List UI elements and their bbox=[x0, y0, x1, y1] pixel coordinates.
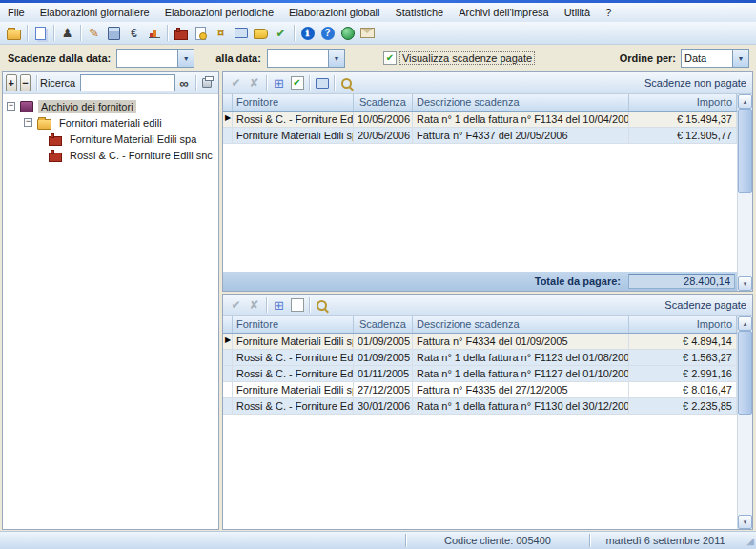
cell-descrizione: Fattura n° F4337 del 20/05/2006 bbox=[413, 128, 629, 144]
apply-check-icon[interactable]: ✔ bbox=[271, 23, 291, 43]
from-date-dropdown[interactable] bbox=[116, 49, 194, 68]
order-by-dropdown[interactable]: Data bbox=[681, 49, 749, 68]
confirm-icon[interactable]: ✔ bbox=[227, 74, 245, 92]
table-row[interactable]: ▶Forniture Materiali Edili spa01/09/2005… bbox=[223, 334, 737, 350]
scroll-up-icon[interactable]: ▲ bbox=[738, 316, 752, 331]
collapse-all-button[interactable] bbox=[20, 74, 31, 92]
expand-all-button[interactable] bbox=[6, 74, 17, 92]
header-marker[interactable] bbox=[223, 316, 233, 333]
menu-file[interactable]: File bbox=[0, 5, 32, 20]
mark-paid-checkbox-icon[interactable] bbox=[288, 296, 306, 314]
to-date-dropdown[interactable] bbox=[267, 49, 345, 68]
tree-item-archivio-fornitori[interactable]: Archivio dei fornitori bbox=[3, 98, 218, 114]
paid-scrollbar[interactable]: ▲ ▼ bbox=[737, 316, 752, 529]
column-header[interactable]: Importo bbox=[629, 94, 737, 111]
column-header[interactable]: Importo bbox=[629, 316, 737, 333]
resize-grip[interactable]: ◢ bbox=[741, 536, 756, 546]
header-marker[interactable] bbox=[223, 94, 233, 111]
collapse-toggle-icon[interactable] bbox=[7, 102, 15, 111]
table-row[interactable]: Forniture Materiali Edili spa20/05/2006F… bbox=[223, 128, 737, 144]
column-header[interactable]: Fornitore bbox=[233, 94, 354, 111]
currency-exchange-icon[interactable]: ¤ bbox=[211, 23, 231, 43]
tree-item-fornitori-materiali-edili[interactable]: Fornitori materiali edili bbox=[3, 114, 218, 131]
mark-paid-checkbox-icon[interactable]: ✔ bbox=[288, 74, 306, 92]
table-row[interactable]: Rossi & C. - Forniture Edili snc01/11/20… bbox=[223, 366, 737, 382]
column-header[interactable]: Scadenza bbox=[354, 316, 413, 333]
calculator-icon[interactable] bbox=[104, 23, 124, 43]
select-records-icon[interactable]: ⊞ bbox=[270, 296, 288, 314]
chevron-down-icon[interactable] bbox=[732, 50, 748, 67]
yellow-book-icon[interactable] bbox=[251, 23, 271, 43]
scrollbar-track[interactable] bbox=[738, 415, 752, 515]
cell-fornitore: Forniture Materiali Edili spa bbox=[233, 128, 354, 144]
monitor-icon[interactable] bbox=[231, 23, 251, 43]
collapse-toggle-icon[interactable] bbox=[24, 118, 32, 127]
menu-statistiche[interactable]: Statistiche bbox=[387, 5, 451, 20]
scroll-up-icon[interactable]: ▲ bbox=[738, 94, 752, 109]
menu-archivi-dell-impresa[interactable]: Archivi dell'impresa bbox=[451, 5, 556, 20]
cancel-icon[interactable]: ✘ bbox=[245, 74, 263, 92]
search-input[interactable] bbox=[80, 74, 175, 92]
factory-icon bbox=[49, 152, 62, 162]
scroll-down-icon[interactable]: ▼ bbox=[738, 515, 752, 529]
euro-rates-icon[interactable]: € bbox=[124, 23, 144, 43]
table-row[interactable]: Rossi & C. - Forniture Edili snc30/01/20… bbox=[223, 398, 737, 415]
menu-elaborazioni-globali[interactable]: Elaborazioni globali bbox=[281, 5, 387, 20]
menu-elaborazioni-periodiche[interactable]: Elaborazioni periodiche bbox=[157, 5, 281, 20]
document-clock-icon[interactable] bbox=[191, 23, 211, 43]
unpaid-scrollbar[interactable]: ▲ ▼ bbox=[737, 94, 752, 291]
cancel-icon[interactable]: ✘ bbox=[245, 296, 263, 314]
scrollbar-track[interactable] bbox=[738, 193, 752, 276]
document-clock-icon bbox=[195, 27, 206, 40]
globe-icon[interactable] bbox=[337, 23, 358, 43]
total-bar: Totale da pagare: 28.400,14 bbox=[223, 272, 737, 291]
separator bbox=[53, 25, 54, 41]
table-row[interactable]: Rossi & C. - Forniture Edili snc01/09/20… bbox=[223, 350, 737, 366]
cell-scadenza: 01/09/2005 bbox=[354, 350, 413, 366]
mail-icon[interactable] bbox=[358, 23, 378, 43]
column-header[interactable]: Descrizione scadenza bbox=[413, 94, 629, 111]
chevron-down-icon[interactable] bbox=[328, 50, 344, 67]
unpaid-table-header[interactable]: FornitoreScadenzaDescrizione scadenzaImp… bbox=[223, 94, 737, 112]
column-header[interactable]: Scadenza bbox=[354, 94, 413, 111]
paid-panel: ✔ ✘ ⊞ Scadenze pagate FornitoreScadenzaD… bbox=[222, 294, 753, 530]
show-paid-checkbox[interactable]: ✔ bbox=[383, 51, 397, 65]
column-header[interactable]: Descrizione scadenza bbox=[413, 316, 629, 333]
cell-scadenza: 01/11/2005 bbox=[354, 366, 413, 382]
table-row[interactable]: ▶Rossi & C. - Forniture Edili snc10/05/2… bbox=[223, 112, 737, 128]
scroll-down-icon[interactable]: ▼ bbox=[738, 276, 752, 291]
column-header[interactable]: Fornitore bbox=[233, 316, 354, 333]
print-icon[interactable] bbox=[202, 78, 212, 88]
tree-item-rossi-e-c[interactable]: Rossi & C. - Forniture Edili snc bbox=[3, 147, 218, 163]
confirm-icon[interactable]: ✔ bbox=[227, 296, 245, 314]
bar-chart-icon[interactable] bbox=[144, 23, 164, 43]
scrollbar-thumb[interactable] bbox=[738, 109, 752, 193]
chevron-down-icon[interactable] bbox=[177, 50, 194, 67]
to-date-label: alla data: bbox=[215, 52, 261, 64]
menu-utilit[interactable]: Utilità bbox=[557, 5, 599, 20]
euro-rates-icon: € bbox=[131, 27, 137, 40]
menu-[interactable]: ? bbox=[598, 5, 619, 20]
tree-item-forniture-materiali-edili[interactable]: Forniture Materiali Edili spa bbox=[3, 131, 218, 147]
help-icon[interactable]: ? bbox=[317, 23, 337, 43]
table-row[interactable]: Forniture Materiali Edili spa27/12/2005F… bbox=[223, 382, 737, 398]
factory-icon[interactable] bbox=[171, 23, 191, 43]
find-binoculars-icon[interactable]: ∞ bbox=[179, 76, 188, 91]
info-icon[interactable]: ℹ bbox=[297, 23, 317, 43]
copy-document-icon[interactable] bbox=[31, 23, 51, 43]
supplier-worker-icon[interactable]: ♟ bbox=[57, 23, 77, 43]
select-records-icon[interactable]: ⊞ bbox=[270, 74, 288, 92]
scrollbar-thumb[interactable] bbox=[738, 331, 752, 415]
separator bbox=[36, 75, 37, 91]
search-magnifier-icon[interactable] bbox=[313, 296, 331, 314]
edit-document-icon[interactable]: ✎ bbox=[84, 23, 104, 43]
open-folder-icon[interactable] bbox=[4, 23, 24, 43]
row-marker bbox=[223, 398, 233, 415]
search-magnifier-icon[interactable] bbox=[337, 74, 356, 92]
total-label: Totale da pagare: bbox=[535, 275, 621, 287]
show-paid-label[interactable]: Visualizza scadenze pagate bbox=[400, 52, 534, 64]
preview-monitor-icon[interactable] bbox=[313, 74, 331, 92]
tree-toolbar: Ricerca ∞ bbox=[3, 72, 218, 94]
menu-elaborazioni-giornaliere[interactable]: Elaborazioni giornaliere bbox=[32, 5, 157, 20]
paid-table-header[interactable]: FornitoreScadenzaDescrizione scadenzaImp… bbox=[223, 316, 737, 334]
